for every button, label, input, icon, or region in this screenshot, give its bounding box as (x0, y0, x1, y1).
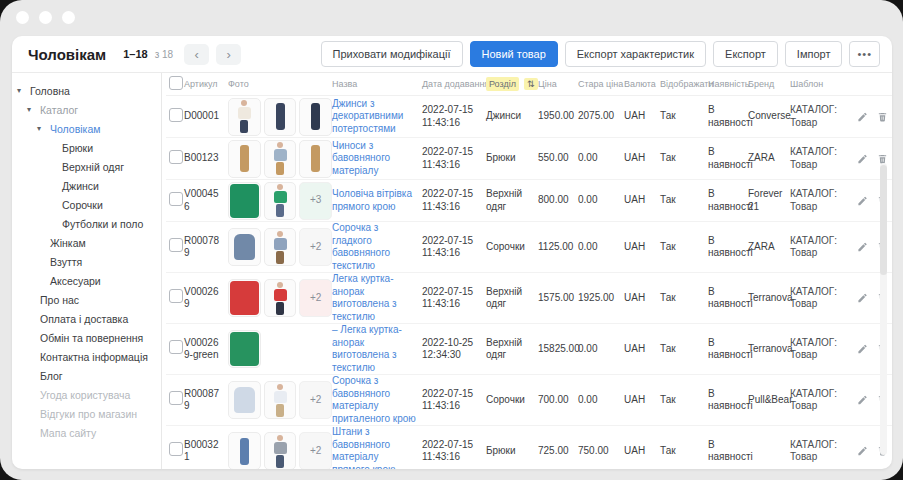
row-checkbox[interactable] (169, 442, 183, 456)
select-all-checkbox[interactable] (169, 76, 183, 90)
delete-button[interactable] (877, 111, 888, 123)
product-photo[interactable] (228, 182, 261, 220)
column-header-template[interactable]: Шаблон (790, 79, 854, 89)
edit-button[interactable] (857, 241, 868, 253)
column-header-date[interactable]: Дата додавання (422, 79, 486, 89)
column-header-sku[interactable]: Артикул (184, 79, 228, 89)
sidebar-item-12[interactable]: Оплата і доставка (12, 309, 161, 328)
product-name-link[interactable]: Сорочка з бавовняного матеріалу притален… (332, 375, 422, 425)
export-characteristics-button[interactable]: Експорт характеристик (565, 41, 706, 67)
more-photos-badge[interactable]: +2 (299, 432, 332, 469)
more-photos-badge[interactable]: +2 (299, 381, 332, 419)
product-photo[interactable] (228, 381, 261, 419)
sidebar-item-6[interactable]: Сорочки (12, 195, 161, 214)
column-header-name[interactable]: Назва (332, 79, 422, 89)
time-added: 11:43:16 (422, 201, 486, 214)
sidebar-item-5[interactable]: Джинси (12, 176, 161, 195)
product-name-link[interactable]: Чоловіча вітрівка прямого крою (332, 188, 422, 213)
column-header-currency[interactable]: Валюта (624, 79, 660, 89)
sidebar-item-11[interactable]: Про нас (12, 290, 161, 309)
column-header-old_price[interactable]: Стара ціна (578, 79, 624, 89)
column-header-availability[interactable]: Наявність (708, 79, 748, 89)
row-checkbox[interactable] (169, 108, 183, 122)
product-visible: Так (660, 343, 676, 354)
row-checkbox[interactable] (169, 340, 183, 354)
sidebar-item-1[interactable]: ▾Каталог (12, 100, 161, 119)
more-photos-badge[interactable]: +2 (299, 228, 332, 266)
product-photo[interactable] (228, 228, 261, 266)
pagination-total: з 18 (155, 49, 174, 60)
sidebar-item-13[interactable]: Обмін та повернення (12, 328, 161, 347)
sidebar-item-18[interactable]: Мапа сайту (12, 423, 161, 442)
sidebar-item-14[interactable]: Контактна інформація (12, 347, 161, 366)
scrollbar-thumb[interactable] (880, 165, 887, 275)
edit-button[interactable] (857, 111, 868, 123)
next-page-button[interactable]: › (216, 44, 241, 65)
product-name-link[interactable]: Чиноси з бавовняного матеріалу (332, 140, 422, 178)
column-header-section[interactable]: Розділ⇅ (486, 79, 538, 89)
product-photo[interactable] (264, 228, 297, 266)
sidebar-item-3[interactable]: Брюки (12, 138, 161, 157)
sidebar-item-17[interactable]: Відгуки про магазин (12, 404, 161, 423)
sidebar-item-7[interactable]: Футболки и поло (12, 214, 161, 233)
product-photo[interactable] (228, 330, 261, 368)
product-photo[interactable] (264, 279, 297, 317)
row-checkbox[interactable] (169, 192, 183, 206)
edit-button[interactable] (857, 153, 868, 165)
sidebar-item-2[interactable]: ▾Чоловікам (12, 119, 161, 138)
product-photo[interactable] (264, 381, 297, 419)
row-checkbox[interactable] (169, 289, 183, 303)
window-control-dot[interactable] (39, 11, 52, 24)
edit-button[interactable] (857, 195, 868, 207)
sidebar-item-15[interactable]: Блог (12, 366, 161, 385)
product-template-name: Товар (790, 298, 854, 311)
sidebar-item-8[interactable]: Жінкам (12, 233, 161, 252)
sidebar-item-16[interactable]: Угода користувача (12, 385, 161, 404)
product-photo[interactable] (228, 98, 261, 136)
product-currency: UAH (624, 394, 645, 405)
column-header-brand[interactable]: Бренд (748, 79, 790, 89)
sort-direction-icon[interactable]: ⇅ (524, 78, 538, 90)
product-photo[interactable] (264, 98, 297, 136)
more-photos-badge[interactable]: +3 (299, 182, 332, 220)
product-name-link[interactable]: Штани з бавовняного матеріалу прямого кр… (332, 426, 422, 469)
column-header-show[interactable]: Відображати (660, 79, 708, 89)
product-photo[interactable] (228, 279, 261, 317)
product-name-link[interactable]: Сорочка з гладкого бавовняного текстилю (332, 222, 422, 272)
new-product-button[interactable]: Новий товар (470, 41, 558, 67)
import-button[interactable]: Імпорт (785, 41, 843, 67)
sidebar-item-9[interactable]: Взуття (12, 252, 161, 271)
row-checkbox[interactable] (169, 238, 183, 252)
product-name-link[interactable]: Легка куртка-анорак виготовлена з тексти… (332, 273, 422, 323)
edit-button[interactable] (857, 292, 868, 304)
row-checkbox[interactable] (169, 150, 183, 164)
row-checkbox[interactable] (169, 391, 183, 405)
product-photo[interactable] (299, 98, 332, 136)
column-header-photos[interactable]: Фото (228, 79, 332, 89)
product-name-link[interactable]: Джинси з декоративними потертостями (332, 98, 422, 136)
sidebar-item-10[interactable]: Аксесуари (12, 271, 161, 290)
model-legs (276, 204, 284, 217)
edit-button[interactable] (857, 394, 868, 406)
product-price: 1125.00 (538, 241, 573, 252)
edit-button[interactable] (857, 343, 868, 355)
sidebar-item-0[interactable]: ▾Головна (12, 81, 161, 100)
hide-modifications-button[interactable]: Приховати модифікації (321, 41, 463, 67)
column-header-price[interactable]: Ціна (538, 79, 578, 89)
window-control-dot[interactable] (62, 11, 75, 24)
edit-button[interactable] (857, 445, 868, 457)
product-photo[interactable] (264, 432, 297, 469)
product-name-link[interactable]: – Легка куртка-анорак виготовлена з текс… (332, 324, 422, 374)
product-photo[interactable] (299, 140, 332, 178)
product-photo[interactable] (228, 140, 261, 178)
window-control-dot[interactable] (16, 11, 29, 24)
sidebar-item-4[interactable]: Верхній одяг (12, 157, 161, 176)
prev-page-button[interactable]: ‹ (184, 44, 209, 65)
export-button[interactable]: Експорт (713, 41, 778, 67)
product-photo[interactable] (264, 140, 297, 178)
product-photo[interactable] (228, 432, 261, 469)
product-photo[interactable] (264, 182, 297, 220)
more-photos-badge[interactable]: +2 (299, 279, 332, 317)
more-actions-button[interactable]: ••• (849, 41, 880, 67)
product-sku: R000879 (184, 388, 228, 413)
